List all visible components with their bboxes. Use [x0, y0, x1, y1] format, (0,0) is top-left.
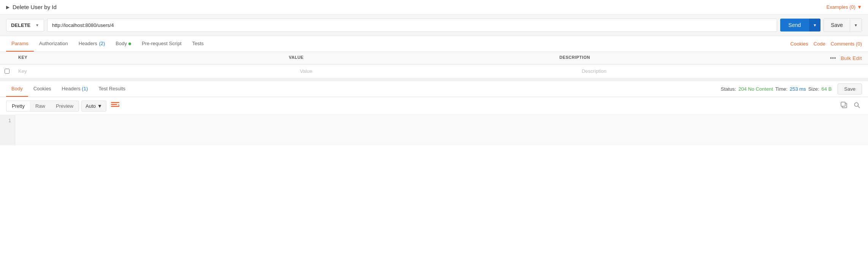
body-toolbar: Pretty Raw Preview Auto ▼ [0, 97, 868, 115]
value-cell[interactable] [295, 65, 577, 78]
main-container: ▶ Delete User by Id Examples (0) ▼ DELET… [0, 0, 868, 255]
cookies-link[interactable]: Cookies [790, 41, 808, 47]
table-row [0, 65, 868, 78]
request-tabs-container: Params Authorization Headers (2) Body Pr… [0, 36, 868, 52]
tab-tests[interactable]: Tests [187, 36, 209, 52]
examples-button[interactable]: Examples (0) ▼ [827, 4, 862, 10]
search-button[interactable] [852, 100, 862, 112]
save-button-group: Save ▼ [824, 18, 862, 32]
status-value: 204 No Content [738, 86, 773, 92]
method-select[interactable]: DELETE ▼ [6, 19, 44, 31]
save-dropdown-button[interactable]: ▼ [850, 19, 862, 31]
params-table: KEY VALUE DESCRIPTION ••• Bulk Edit [0, 52, 868, 78]
time-label: Time: [775, 86, 787, 92]
table-actions-header: ••• Bulk Edit [825, 52, 868, 64]
code-area: 1 [0, 115, 868, 145]
view-button-group: Pretty Raw Preview [6, 101, 79, 112]
body-toolbar-right [839, 100, 862, 112]
size-value: 64 B [822, 86, 832, 92]
send-button[interactable]: Send [780, 19, 809, 31]
search-icon [854, 102, 860, 109]
tab-authorization[interactable]: Authorization [34, 36, 73, 52]
format-chevron-icon: ▼ [97, 103, 102, 109]
url-input[interactable] [47, 19, 777, 32]
send-button-group: Send ▼ [780, 19, 821, 31]
method-chevron-icon: ▼ [35, 23, 39, 27]
response-section: Body Cookies Headers (1) Test Results St… [0, 78, 868, 145]
value-input[interactable] [300, 68, 572, 74]
tab-headers[interactable]: Headers (2) [73, 36, 111, 52]
response-tab-test-results[interactable]: Test Results [93, 81, 131, 97]
pretty-view-button[interactable]: Pretty [6, 101, 30, 111]
tab-body[interactable]: Body [110, 36, 136, 52]
response-tab-headers[interactable]: Headers (1) [57, 81, 93, 97]
svg-rect-0 [111, 102, 119, 103]
body-dot-indicator [128, 42, 131, 45]
bulk-edit-button[interactable]: Bulk Edit [841, 55, 862, 61]
request-tabs-left: Params Authorization Headers (2) Body Pr… [6, 36, 209, 52]
preview-view-button[interactable]: Preview [51, 101, 79, 111]
key-cell[interactable] [14, 65, 295, 78]
row-checkbox[interactable] [5, 69, 10, 74]
send-dropdown-button[interactable]: ▼ [809, 19, 820, 31]
body-toolbar-left: Pretty Raw Preview Auto ▼ [6, 101, 122, 112]
row-checkbox-cell [0, 65, 14, 78]
request-tabs-right: Cookies Code Comments (0) [790, 41, 862, 47]
collapse-arrow-icon[interactable]: ▶ [6, 5, 10, 10]
response-meta: Status: 204 No Content Time: 253 ms Size… [721, 83, 862, 94]
svg-rect-4 [841, 102, 845, 106]
title-left: ▶ Delete User by Id [6, 4, 57, 10]
tab-pre-request-script[interactable]: Pre-request Script [136, 36, 187, 52]
line-number: 1 [4, 118, 11, 123]
examples-chevron-icon: ▼ [857, 4, 862, 10]
save-button[interactable]: Save [824, 19, 850, 31]
comments-link[interactable]: Comments (0) [831, 41, 862, 47]
copy-icon [841, 102, 847, 109]
format-select[interactable]: Auto ▼ [81, 101, 106, 112]
word-wrap-button[interactable] [109, 101, 122, 112]
svg-rect-1 [111, 104, 117, 105]
description-input[interactable] [582, 68, 854, 74]
table-header: KEY VALUE DESCRIPTION ••• Bulk Edit [0, 52, 868, 65]
description-cell[interactable] [577, 65, 859, 78]
url-bar: DELETE ▼ Send ▼ Save ▼ [0, 14, 868, 36]
value-header: VALUE [284, 52, 555, 64]
key-input[interactable] [18, 68, 291, 74]
response-tabs-left: Body Cookies Headers (1) Test Results [6, 81, 131, 97]
status-label: Status: [721, 86, 736, 92]
size-label: Size: [808, 86, 819, 92]
title-bar: ▶ Delete User by Id Examples (0) ▼ [0, 0, 868, 14]
format-label: Auto [86, 103, 96, 109]
checkbox-header [0, 52, 14, 64]
more-options-icon[interactable]: ••• [830, 55, 836, 61]
copy-button[interactable] [839, 100, 849, 112]
response-save-button[interactable]: Save [838, 83, 862, 94]
raw-view-button[interactable]: Raw [30, 101, 51, 111]
description-header: DESCRIPTION [555, 52, 825, 64]
line-numbers: 1 [0, 115, 15, 145]
request-title: Delete User by Id [13, 4, 57, 10]
response-tab-body[interactable]: Body [6, 81, 28, 97]
response-tab-cookies[interactable]: Cookies [28, 81, 57, 97]
row-actions-cell [859, 65, 868, 78]
wrap-icon [111, 102, 119, 108]
time-value: 253 ms [790, 86, 806, 92]
code-link[interactable]: Code [814, 41, 825, 47]
method-label: DELETE [11, 22, 30, 28]
svg-line-6 [858, 106, 860, 108]
tab-params[interactable]: Params [6, 36, 34, 52]
response-tabs-bar: Body Cookies Headers (1) Test Results St… [0, 81, 868, 97]
key-header: KEY [14, 52, 284, 64]
code-content[interactable] [15, 115, 868, 145]
examples-label: Examples (0) [827, 4, 856, 10]
